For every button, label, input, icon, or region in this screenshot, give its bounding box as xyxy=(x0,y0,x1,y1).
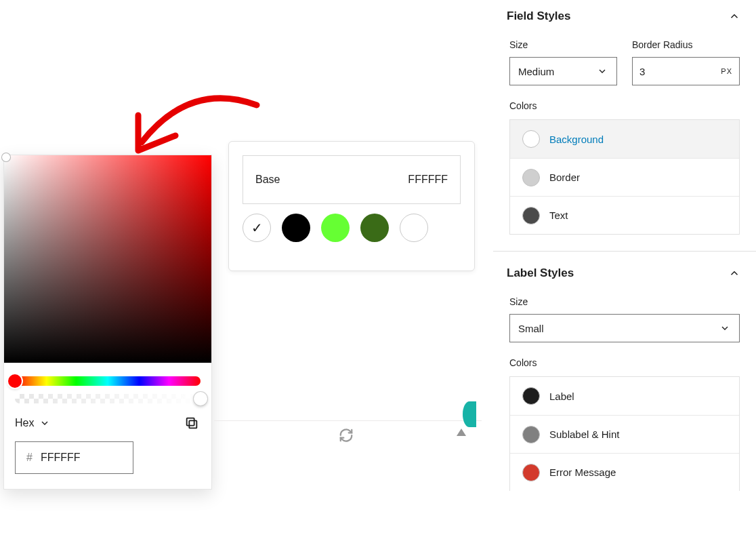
label-size-select[interactable]: Small xyxy=(509,314,740,342)
hex-prefix: # xyxy=(26,452,33,464)
swatch-white[interactable] xyxy=(400,214,428,242)
field-styles-body: Size Medium Border Radius 3 PX xyxy=(493,39,756,235)
hue-handle[interactable] xyxy=(8,374,22,388)
color-row-label[interactable]: Label xyxy=(510,377,739,415)
swatch-darkgreen[interactable] xyxy=(360,214,389,242)
base-color-card: Base FFFFFF ✓ xyxy=(228,141,475,271)
swatch-sublabel xyxy=(522,426,540,443)
chevron-up-icon xyxy=(726,8,742,24)
size-value: Medium xyxy=(518,66,554,77)
help-beacon-peek[interactable] xyxy=(463,401,476,427)
color-label: Background xyxy=(549,134,604,145)
colors-label: Colors xyxy=(509,357,740,368)
border-radius-input[interactable]: 3 PX xyxy=(632,57,740,85)
size-label: Size xyxy=(509,296,740,307)
check-icon: ✓ xyxy=(251,220,263,236)
size-select[interactable]: Medium xyxy=(509,57,617,85)
panel-divider xyxy=(493,251,756,252)
swatch-error xyxy=(522,464,540,481)
swatch-none[interactable]: ✓ xyxy=(243,214,271,242)
svg-rect-1 xyxy=(187,418,194,426)
section-title: Field Styles xyxy=(507,9,570,23)
alpha-handle[interactable] xyxy=(194,392,207,405)
base-swatch-row: ✓ xyxy=(243,214,461,242)
color-row-border[interactable]: Border xyxy=(510,158,739,196)
color-row-sublabel[interactable]: Sublabel & Hint xyxy=(510,415,739,453)
collapse-up-icon[interactable] xyxy=(457,429,466,436)
alpha-slider[interactable] xyxy=(15,394,201,403)
app-stage: Field Styles Size Medium Border Radiu xyxy=(0,0,756,537)
chevron-down-icon xyxy=(39,418,50,429)
base-value: FFFFFF xyxy=(408,174,448,186)
border-radius-unit: PX xyxy=(721,67,732,75)
chevron-up-icon xyxy=(726,265,742,281)
color-label: Label xyxy=(549,391,574,402)
border-radius-label: Border Radius xyxy=(632,39,740,50)
color-picker: Hex # FFFFFF xyxy=(3,155,212,490)
border-radius-value: 3 xyxy=(639,66,645,77)
base-color-field[interactable]: Base FFFFFF xyxy=(243,155,461,204)
swatch-label xyxy=(522,387,540,405)
copy-icon xyxy=(184,416,199,431)
size-label: Size xyxy=(509,39,617,50)
color-label: Error Message xyxy=(549,466,616,478)
content-divider xyxy=(214,420,482,421)
color-label: Border xyxy=(549,172,580,183)
swatch-border xyxy=(522,169,540,186)
hue-slider[interactable] xyxy=(15,376,201,386)
field-colors-list: Background Border Text xyxy=(509,119,740,235)
hex-value: FFFFFF xyxy=(41,452,81,464)
settings-panel: Field Styles Size Medium Border Radiu xyxy=(493,0,756,537)
svg-rect-0 xyxy=(189,420,196,428)
copy-color-button[interactable] xyxy=(183,414,201,432)
swatch-lime[interactable] xyxy=(321,214,350,242)
hex-input[interactable]: # FFFFFF xyxy=(15,441,133,474)
base-label: Base xyxy=(255,174,280,186)
label-colors-list: Label Sublabel & Hint Error Message xyxy=(509,376,740,491)
section-label-styles-header[interactable]: Label Styles xyxy=(493,257,756,290)
color-format-select[interactable]: Hex xyxy=(15,417,50,429)
label-size-value: Small xyxy=(518,323,544,334)
color-row-error[interactable]: Error Message xyxy=(510,453,739,491)
refresh-icon xyxy=(339,428,354,443)
color-row-background[interactable]: Background xyxy=(510,120,739,158)
saturation-handle[interactable] xyxy=(1,153,11,162)
saturation-value-area[interactable] xyxy=(4,155,211,363)
colors-label: Colors xyxy=(509,100,740,111)
swatch-black[interactable] xyxy=(282,214,310,242)
color-format-value: Hex xyxy=(15,417,34,429)
refresh-button[interactable] xyxy=(337,426,355,444)
chevron-down-icon xyxy=(719,322,731,334)
color-row-text[interactable]: Text xyxy=(510,196,739,234)
section-field-styles-header[interactable]: Field Styles xyxy=(493,0,756,33)
color-label: Sublabel & Hint xyxy=(549,429,619,440)
color-label: Text xyxy=(549,210,568,221)
label-styles-body: Size Small Colors Label Sublabel & Hint xyxy=(493,296,756,491)
chevron-down-icon xyxy=(596,65,608,77)
section-title: Label Styles xyxy=(507,266,574,280)
swatch-text xyxy=(522,207,540,224)
swatch-background xyxy=(522,130,540,148)
